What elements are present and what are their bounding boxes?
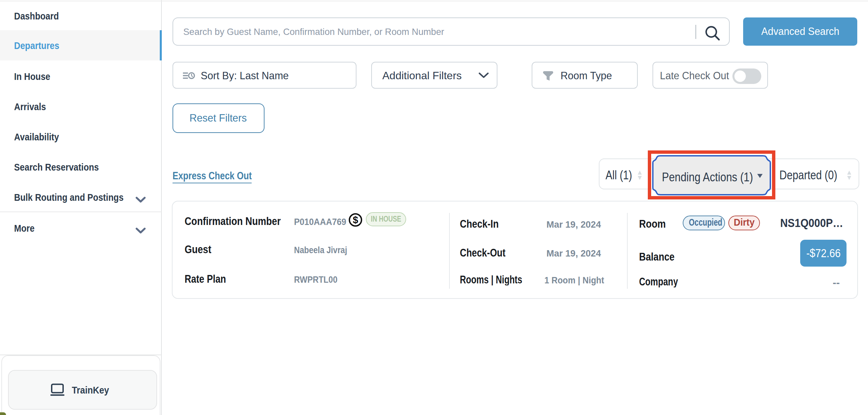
svg-text:$: $ <box>353 214 358 225</box>
